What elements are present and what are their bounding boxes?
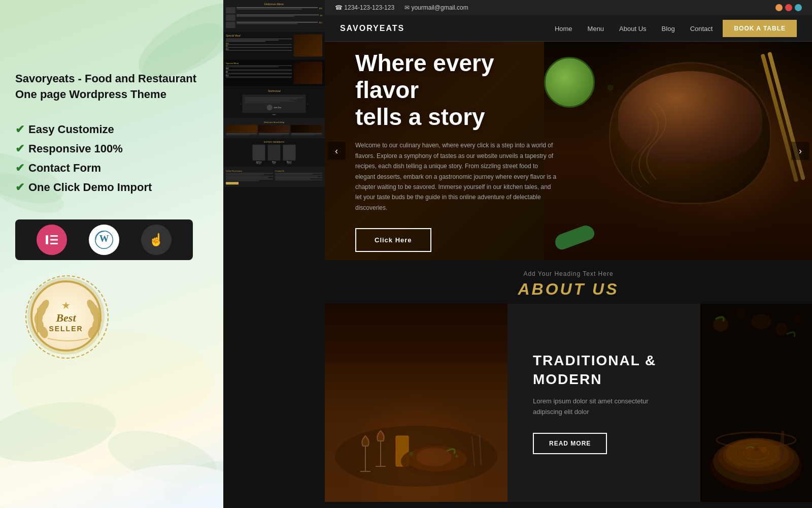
badge-outer: ★ Best SELLER [30,280,101,352]
mockup-testimonial-section: Testimonial ‹ John Doe › [223,87,325,119]
product-title-block: Savoryeats - Food and Restaurant One pag… [15,71,208,103]
middle-preview-panel: Delicious Menu $20 $9 [223,0,325,508]
badge-star: ★ [49,299,83,311]
feature-item: ✔ Easy Customize [15,123,208,136]
email-info: ✉ yourmail@gmail.com [404,4,468,11]
tools-bar: W ☝ [15,219,193,260]
about-subtitle: Add Your Heading Text Here [345,270,792,277]
features-list: ✔ Easy Customize ✔ Responsive 100% ✔ Con… [15,123,208,194]
nav-logo: SAVORYEATS [340,24,404,33]
soup-image-panel [700,304,812,502]
svg-point-40 [409,452,413,456]
svg-point-39 [416,448,452,466]
svg-point-5 [103,421,222,494]
hero-title: Where every flavor tells a story [355,50,562,131]
left-content: Savoryeats - Food and Restaurant One pag… [15,71,208,352]
svg-point-41 [455,455,458,458]
trad-description: Lorem ipsum dolor sit amet consectetur a… [533,396,675,418]
best-seller-badge: ★ Best SELLER [30,280,101,352]
mockup-drink-section: Special Meal $20 $9 $12 [223,59,325,87]
social-dot-2[interactable] [785,4,792,11]
nav-link-home[interactable]: Home [555,24,572,33]
hero-section: Where every flavor tells a story Welcome… [325,42,812,260]
hero-description: Welcome to our culinary haven, where eve… [355,140,558,213]
trad-title: TRADITIONAL & MODERN [533,352,675,389]
bottom-restaurant-image [325,304,507,502]
social-dots [775,4,802,11]
svg-point-32 [704,97,708,102]
mockup-menu-title: Delicious Menu [226,3,322,6]
svg-text:☝: ☝ [149,232,164,247]
about-trad-content: TRADITIONAL & MODERN Lorem ipsum dolor s… [507,304,700,502]
mockup-team-section: EXPERT MEMBERS Jackson Manger Ethan Chef… [223,138,325,167]
svg-point-48 [793,315,801,323]
svg-rect-13 [50,235,58,237]
svg-point-6 [159,452,223,508]
right-panel: ☎ 1234-123-123-123 ✉ yourmail@gmail.com … [325,0,812,508]
nav-links: Home Menu About Us Blog Contact [555,24,713,33]
svg-rect-12 [46,235,48,244]
book-table-button[interactable]: BOOK A TABLE [723,20,797,37]
social-dot-1[interactable] [775,4,783,11]
phone-info: ☎ 1234-123-123-123 [335,4,394,11]
wordpress-icon: W [89,225,119,255]
svg-point-46 [736,309,746,319]
svg-point-8 [51,475,152,508]
svg-point-45 [713,316,728,332]
svg-point-34 [722,200,728,206]
hero-prev-arrow[interactable]: ‹ [327,142,346,160]
mockup-menu-row: $12 [226,22,322,28]
mockup-menu-row: $20 [226,7,322,14]
about-title: ABOUT US [345,280,792,299]
bottom-row: TRADITIONAL & MODERN Lorem ipsum dolor s… [325,304,812,502]
cursor-icon: ☝ [141,225,172,255]
nav-bar: SAVORYEATS Home Menu About Us Blog Conta… [325,15,812,42]
svg-point-31 [607,85,614,91]
nav-link-blog[interactable]: Blog [662,24,675,33]
hero-content: Where every flavor tells a story Welcome… [325,42,593,260]
top-bar: ☎ 1234-123-123-123 ✉ yourmail@gmail.com [325,0,812,15]
elementor-icon [37,225,67,255]
svg-point-7 [0,462,101,508]
checkmark-icon: ✔ [15,181,24,194]
product-title: Savoryeats - Food and Restaurant One pag… [15,71,208,103]
checkmark-icon: ✔ [15,142,24,155]
hero-next-arrow[interactable]: › [791,142,809,160]
feature-item: ✔ Responsive 100% [15,142,208,155]
svg-rect-14 [50,239,58,240]
left-panel: Savoryeats - Food and Restaurant One pag… [0,0,223,508]
svg-point-10 [183,483,223,508]
svg-rect-15 [50,243,58,244]
checkmark-icon: ✔ [15,162,24,175]
mockup-menu-row: $9 [226,14,322,21]
hero-cta-button[interactable]: Click Here [355,228,431,252]
top-bar-contact: ☎ 1234-123-123-123 ✉ yourmail@gmail.com [335,4,468,11]
social-dot-3[interactable] [795,4,802,11]
nav-link-menu[interactable]: Menu [588,24,604,33]
badge-text: ★ Best SELLER [49,299,83,333]
about-section: Add Your Heading Text Here ABOUT US [325,260,812,304]
mockup-menu-section: Delicious Menu $20 $9 [223,0,325,32]
mockup-special-section: Special Meal $20 $9 $12 [223,32,325,59]
mockup-blog-section: Delicious thumb blog [223,118,325,138]
nav-link-about[interactable]: About Us [619,24,646,33]
svg-point-47 [775,323,788,335]
mockup-contact-section: Online Reservation Contact Us [223,167,325,187]
checkmark-icon: ✔ [15,123,24,136]
badge-seller: SELLER [49,325,83,333]
svg-point-49 [751,314,771,329]
badge-best: Best [49,311,83,325]
theme-preview-mockup: Delicious Menu $20 $9 [223,0,325,187]
svg-text:W: W [99,233,109,244]
nav-link-contact[interactable]: Contact [690,24,713,33]
feature-item: ✔ Contact Form [15,162,208,175]
svg-point-4 [0,393,121,470]
feature-item: ✔ One Click Demo Import [15,181,208,194]
read-more-button[interactable]: READ MORE [533,433,607,454]
svg-point-9 [112,465,223,508]
